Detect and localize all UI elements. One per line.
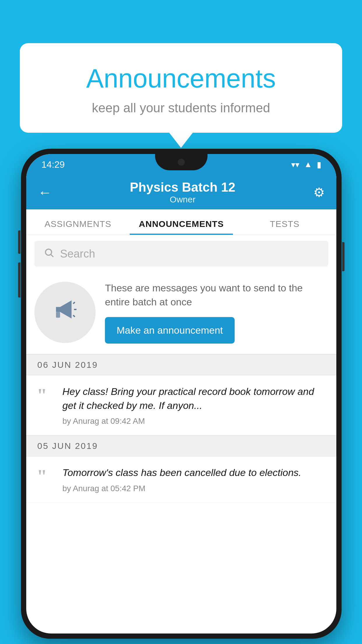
tabs-container: ASSIGNMENTS ANNOUNCEMENTS TESTS [26, 209, 336, 235]
notch [155, 154, 208, 170]
search-bar[interactable]: Search [34, 241, 328, 267]
svg-line-4 [73, 315, 75, 317]
tab-assignments[interactable]: ASSIGNMENTS [26, 219, 130, 235]
promo-section: These are messages you want to send to t… [26, 272, 336, 354]
date-header-2: 05 JUN 2019 [26, 435, 336, 456]
announcement-item-1[interactable]: " Hey class! Bring your practical record… [26, 375, 336, 435]
announcement-meta-2: by Anurag at 05:42 PM [62, 484, 326, 493]
header-subtitle: Owner [130, 195, 236, 204]
speech-bubble-title: Announcements [37, 64, 325, 94]
back-button[interactable]: ← [38, 184, 52, 200]
search-container: Search [26, 235, 336, 272]
app-header: ← Physics Batch 12 Owner ⚙ [26, 175, 336, 209]
speech-bubble: Announcements keep all your students inf… [20, 43, 342, 133]
speech-bubble-subtitle: keep all your students informed [37, 101, 325, 115]
wifi-icon: ▾▾ [291, 160, 299, 169]
phone-mockup: 14:29 ▾▾ ▲ ▮ ← Physics Batch 12 Owner ⚙ [21, 149, 342, 639]
quote-icon-2: " [37, 467, 54, 486]
header-center: Physics Batch 12 Owner [130, 180, 236, 204]
speech-bubble-container: Announcements keep all your students inf… [20, 43, 342, 133]
vol-down-button [18, 262, 20, 298]
promo-right: These are messages you want to send to t… [105, 281, 328, 344]
search-icon [44, 247, 54, 260]
status-icons: ▾▾ ▲ ▮ [291, 160, 321, 169]
announcement-item-2[interactable]: " Tomorrow's class has been cancelled du… [26, 456, 336, 503]
date-header-1: 06 JUN 2019 [26, 354, 336, 375]
camera [178, 159, 185, 166]
svg-line-1 [51, 254, 53, 257]
signal-icon: ▲ [304, 160, 312, 169]
tab-announcements[interactable]: ANNOUNCEMENTS [130, 219, 233, 235]
svg-rect-5 [56, 312, 60, 318]
announcement-meta-1: by Anurag at 09:42 AM [62, 416, 326, 426]
promo-icon-circle [34, 282, 96, 343]
announcement-content-2: Tomorrow's class has been cancelled due … [62, 466, 326, 493]
announcement-text-1: Hey class! Bring your practical record b… [62, 385, 326, 412]
phone-screen: 14:29 ▾▾ ▲ ▮ ← Physics Batch 12 Owner ⚙ [26, 154, 336, 634]
battery-icon: ▮ [317, 160, 321, 169]
search-placeholder: Search [60, 248, 95, 260]
status-time: 14:29 [41, 159, 65, 170]
announcement-content-1: Hey class! Bring your practical record b… [62, 385, 326, 426]
quote-icon-1: " [37, 386, 54, 405]
vol-up-button [18, 230, 20, 254]
megaphone-icon [52, 296, 78, 329]
svg-point-0 [45, 249, 52, 255]
promo-description: These are messages you want to send to t… [105, 281, 328, 309]
make-announcement-button[interactable]: Make an announcement [105, 317, 235, 344]
phone-outer: 14:29 ▾▾ ▲ ▮ ← Physics Batch 12 Owner ⚙ [21, 149, 342, 639]
power-button [342, 242, 345, 271]
status-bar: 14:29 ▾▾ ▲ ▮ [26, 154, 336, 175]
header-title: Physics Batch 12 [130, 180, 236, 195]
settings-icon[interactable]: ⚙ [313, 185, 325, 200]
tab-tests[interactable]: TESTS [233, 219, 336, 235]
svg-line-2 [73, 302, 75, 304]
announcement-text-2: Tomorrow's class has been cancelled due … [62, 466, 326, 480]
